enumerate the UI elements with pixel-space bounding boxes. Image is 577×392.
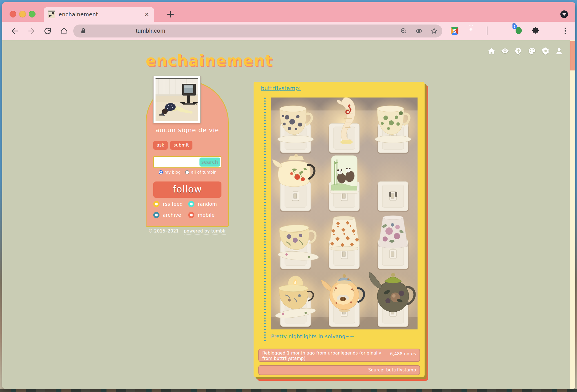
reblog-info-text: Reblogged 1 month ago from urbanlegends …: [262, 351, 385, 360]
nightlight-panda-shade: [330, 156, 358, 193]
hidden-eye-icon[interactable]: [415, 27, 423, 35]
nightlight-damask-shade: [329, 216, 359, 251]
page-title[interactable]: enchainement: [146, 52, 273, 69]
post-photo-nightlights[interactable]: [271, 98, 418, 329]
mobile-dot-icon: [188, 212, 194, 218]
rss-dot-icon: [153, 201, 159, 207]
forward-button[interactable]: [27, 27, 35, 35]
notes-count: 6,488 notes: [390, 351, 416, 360]
zoom-window-button[interactable]: [29, 11, 35, 17]
avatar[interactable]: [153, 76, 201, 123]
palette-icon[interactable]: [528, 46, 536, 55]
tab-favicon: [48, 10, 55, 18]
browser-menu-icon[interactable]: [565, 27, 566, 34]
eye-icon[interactable]: [501, 46, 509, 55]
ask-submit-row: ask submit: [153, 141, 192, 150]
search-input[interactable]: [156, 158, 198, 166]
home-button[interactable]: [60, 27, 68, 35]
url-text: tumblr.com: [136, 27, 165, 34]
copyright-text: © 2015–2021: [148, 229, 179, 234]
submit-button[interactable]: submit: [170, 141, 192, 150]
tab-title: enchainement: [59, 11, 144, 17]
lock-icon: [80, 28, 87, 34]
minimize-window-button[interactable]: [19, 11, 26, 17]
zoom-out-icon[interactable]: [400, 27, 407, 35]
gear-icon[interactable]: [541, 46, 550, 55]
browser-toolbar: tumblr.com S 1: [2, 22, 575, 40]
search-box: search: [153, 156, 221, 168]
theme-nav-icons: [487, 46, 563, 55]
sidebar-link-random[interactable]: random: [188, 201, 223, 207]
avatar-photo: [156, 78, 198, 121]
scrollbar-thumb[interactable]: [570, 41, 575, 70]
person-icon[interactable]: [555, 46, 563, 55]
radio-my-blog[interactable]: my blog: [159, 170, 181, 174]
sidebar-link-archive[interactable]: archive: [153, 212, 188, 218]
tab-close-icon[interactable]: ✕: [144, 12, 150, 17]
post-blockquote: Pretty nightlights in solvang~~: [264, 98, 420, 342]
source-bar[interactable]: Source: buttrflystamp: [258, 365, 420, 375]
tumblr-page: enchainement: [2, 40, 575, 389]
sidebar-link-rss[interactable]: rss feed: [153, 201, 188, 207]
reload-button[interactable]: [43, 27, 52, 35]
post-card: buttrflystamp:: [254, 82, 425, 377]
reblog-info-bar[interactable]: Reblogged 1 month ago from urbanlegends …: [258, 349, 420, 362]
extension-badge: 1: [512, 25, 517, 29]
browser-window: enchainement ✕ + tumblr.com: [2, 2, 575, 389]
post-author-link[interactable]: buttrflystamp:: [261, 85, 301, 91]
chevron-down-icon[interactable]: [560, 10, 568, 18]
post-caption: Pretty nightlights in solvang~~: [271, 333, 420, 342]
address-bar[interactable]: tumblr.com: [73, 25, 442, 37]
source-text: Source: buttrflystamp: [368, 367, 416, 373]
desktop-dock-strip: [0, 389, 577, 392]
follow-button[interactable]: follow: [153, 181, 221, 198]
radio-selected-icon: [159, 170, 163, 174]
home-icon[interactable]: [487, 46, 496, 55]
ask-bubble-plus-icon[interactable]: [514, 46, 523, 55]
radio-all-of-tumblr[interactable]: all of tumblr: [185, 170, 216, 174]
browser-tab[interactable]: enchainement ✕: [44, 7, 154, 22]
back-button[interactable]: [11, 27, 19, 35]
random-dot-icon: [188, 201, 194, 207]
archive-dot-icon: [153, 212, 159, 218]
nightlight-rose-shade: [378, 216, 408, 248]
ask-button[interactable]: ask: [153, 141, 168, 150]
sidebar-footer: © 2015–2021 powered by tumblr: [146, 229, 229, 234]
sidebar-links: rss feed random archive mobile: [153, 201, 223, 218]
blog-description: aucun signe de vie: [146, 127, 229, 134]
page-scrollbar[interactable]: [570, 40, 575, 389]
new-tab-button[interactable]: +: [165, 9, 176, 20]
radio-unselected-icon: [185, 170, 189, 174]
titlebar: enchainement ✕ +: [2, 2, 575, 22]
search-scope-radios: my blog all of tumblr: [146, 170, 229, 174]
search-button[interactable]: search: [199, 158, 220, 167]
sidebar-link-mobile[interactable]: mobile: [188, 212, 223, 218]
bookmark-star-icon[interactable]: [430, 27, 438, 35]
close-window-button[interactable]: [10, 11, 16, 17]
stylus-extension-icon[interactable]: S: [451, 27, 458, 35]
extensions-puzzle-icon[interactable]: [531, 26, 540, 36]
powered-by-tumblr-link[interactable]: powered by tumblr: [184, 229, 226, 234]
